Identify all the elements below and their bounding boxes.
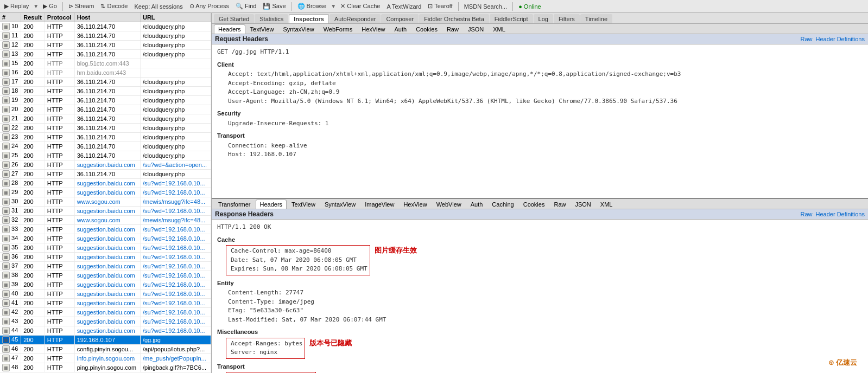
req-tab-auth[interactable]: Auth — [390, 24, 411, 34]
table-row[interactable]: ▦ 32 200 HTTP www.sogou.com /mewis/msugg… — [0, 216, 211, 225]
table-row[interactable]: ▦ 18 200 HTTP 36.110.214.70 /cloudquery.… — [0, 87, 211, 96]
req-tab-raw[interactable]: Raw — [442, 24, 463, 34]
tab-autoresponder[interactable]: AutoResponder — [330, 14, 381, 23]
table-row[interactable]: ▦ 28 200 HTTP suggestion.baidu.com /su?w… — [0, 179, 211, 188]
toolbar-process[interactable]: ⊙ Any Process — [187, 2, 231, 10]
table-row[interactable]: ▦ 17 200 HTTP 36.110.214.70 /cloudquery.… — [0, 78, 211, 87]
resp-tab-caching[interactable]: Caching — [487, 200, 518, 209]
toolbar-clear-cache[interactable]: ✕ Clear Cache — [338, 2, 382, 10]
toolbar-decode[interactable]: ⇅ Decode — [98, 2, 130, 10]
resp-bordered-group: Accept-Ranges: bytesServer: nginx — [226, 338, 305, 359]
resp-tab-syntaxview[interactable]: SyntaxView — [320, 200, 360, 209]
cell-protocol: HTTP — [45, 345, 74, 354]
table-row[interactable]: ▦ 27 200 HTTP 36.110.214.70 /cloudquery.… — [0, 170, 211, 179]
cell-host: suggestion.baidu.com — [74, 243, 140, 253]
tab-inspectors[interactable]: Inspectors — [289, 14, 329, 23]
table-row[interactable]: ▦ 23 200 HTTP 36.110.214.70 /cloudquery.… — [0, 133, 211, 142]
table-row[interactable]: ▦ 35 200 HTTP suggestion.baidu.com /su?w… — [0, 243, 211, 253]
req-tab-json[interactable]: JSON — [464, 24, 488, 34]
toolbar-tearoff[interactable]: ⊡ Tearoff — [426, 2, 454, 10]
resp-tab-textview[interactable]: TextView — [287, 200, 320, 209]
table-row[interactable]: ▦ 15 200 HTTP blog.51cto.com:443 — [0, 59, 211, 68]
req-tab-textview[interactable]: TextView — [246, 24, 278, 34]
table-row[interactable]: ▦ 11 200 HTTP 36.110.214.70 /cloudquery.… — [0, 31, 211, 41]
toolbar-msdn[interactable]: MSDN Search... — [462, 3, 509, 10]
table-row[interactable]: ▦ 20 200 HTTP 36.110.214.70 /cloudquery.… — [0, 105, 211, 114]
toolbar-textwizard[interactable]: A TextWizard — [384, 3, 423, 10]
cell-result: 200 — [21, 68, 45, 78]
req-tab-cookies[interactable]: Cookies — [411, 24, 442, 34]
table-row[interactable]: ▦ 41 200 HTTP suggestion.baidu.com /su?w… — [0, 299, 211, 308]
resp-tab-webview[interactable]: WebView — [432, 200, 466, 209]
resp-tab-imageview[interactable]: ImageView — [360, 200, 398, 209]
request-header-def-link[interactable]: Header Definitions — [816, 36, 865, 42]
tab-composer[interactable]: Composer — [381, 14, 419, 23]
table-row[interactable]: ▦ 37 200 HTTP suggestion.baidu.com /su?w… — [0, 262, 211, 271]
table-row[interactable]: ▦ 36 200 HTTP suggestion.baidu.com /su?w… — [0, 253, 211, 262]
resp-tab-raw[interactable]: Raw — [549, 200, 570, 209]
table-row[interactable]: ▦ 30 200 HTTP www.sogou.com /mewis/msugg… — [0, 197, 211, 207]
table-row[interactable]: ▦ 21 200 HTTP 36.110.214.70 /cloudquery.… — [0, 114, 211, 124]
toolbar-go[interactable]: ▶ Go — [41, 2, 59, 10]
resp-tab-transformer[interactable]: Transformer — [214, 200, 255, 209]
table-row[interactable]: ▦ 40 200 HTTP suggestion.baidu.com /su?w… — [0, 290, 211, 299]
resp-tab-cookies[interactable]: Cookies — [519, 200, 549, 209]
table-row[interactable]: ▦ 47 200 HTTP info.pinyin.sogou.com /me_… — [0, 354, 211, 363]
req-tab-xml[interactable]: XML — [489, 24, 510, 34]
cell-id: ▦ 27 — [0, 170, 21, 179]
resp-tab-json[interactable]: JSON — [571, 200, 595, 209]
table-row[interactable]: ▦ 44 200 HTTP suggestion.baidu.com /su?w… — [0, 326, 211, 336]
response-header-def-link[interactable]: Header Definitions — [816, 211, 865, 217]
table-row[interactable]: ▦ 33 200 HTTP suggestion.baidu.com /su?w… — [0, 225, 211, 234]
req-tab-syntaxview[interactable]: SyntaxView — [278, 24, 318, 34]
resp-tab-auth[interactable]: Auth — [466, 200, 487, 209]
row-icon: ▦ — [2, 124, 10, 132]
tab-fiddler-orchestra[interactable]: Fiddler Orchestra Beta — [419, 14, 489, 23]
table-row[interactable]: ▦ 34 200 HTTP suggestion.baidu.com /su?w… — [0, 234, 211, 243]
table-row[interactable]: ▦ 48 200 HTTP ping.pinyin.sogou.com /pin… — [0, 363, 211, 372]
table-row[interactable]: ▦ 13 200 HTTP 36.110.214.70 /cloudquery.… — [0, 50, 211, 59]
table-row[interactable]: ▦ 24 200 HTTP 36.110.214.70 /cloudquery.… — [0, 142, 211, 151]
cell-result: 200 — [21, 280, 45, 290]
resp-tab-xml[interactable]: XML — [596, 200, 617, 209]
table-row[interactable]: ▦ 39 200 HTTP suggestion.baidu.com /su?w… — [0, 280, 211, 290]
tab-filters[interactable]: Filters — [554, 14, 580, 23]
tab-timeline[interactable]: Timeline — [580, 14, 612, 23]
tab-fiddler-script[interactable]: FiddlerScript — [490, 14, 533, 23]
table-row[interactable]: ▦ 45 200 HTTP 192.168.0.107 /gg.jpg — [0, 336, 211, 345]
request-raw-link[interactable]: Raw — [800, 36, 812, 42]
toolbar-replay[interactable]: ▶ Replay — [2, 2, 31, 10]
table-row[interactable]: ▦ 12 200 HTTP 36.110.214.70 /cloudquery.… — [0, 41, 211, 50]
table-row[interactable]: ▦ 43 200 HTTP suggestion.baidu.com /su?w… — [0, 317, 211, 326]
toolbar-browse[interactable]: 🌐 Browse — [295, 2, 329, 10]
table-row[interactable]: ▦ 38 200 HTTP suggestion.baidu.com /su?w… — [0, 271, 211, 280]
session-scroll[interactable]: # Result Protocol Host URL ▦ 10 200 HTTP… — [0, 13, 211, 373]
req-tab-hexview[interactable]: HexView — [357, 24, 389, 34]
table-row[interactable]: ▦ 31 200 HTTP suggestion.baidu.com /su?w… — [0, 207, 211, 216]
tab-statistics[interactable]: Statistics — [255, 14, 288, 23]
table-row[interactable]: ▦ 26 200 HTTP suggestion.baidu.com /su?w… — [0, 160, 211, 170]
req-tab-webforms[interactable]: WebForms — [319, 24, 357, 34]
toolbar-save[interactable]: 💾 Save — [261, 2, 288, 10]
content-split: Headers TextView SyntaxView WebForms Hex… — [212, 24, 868, 373]
req-tab-headers[interactable]: Headers — [214, 24, 245, 34]
response-raw-link[interactable]: Raw — [800, 211, 812, 217]
table-row[interactable]: ▦ 16 200 HTTP hm.baidu.com:443 — [0, 68, 211, 78]
tab-get-started[interactable]: Get Started — [214, 14, 254, 23]
tab-log[interactable]: Log — [534, 14, 553, 23]
cell-result: 200 — [21, 326, 45, 336]
resp-tab-hexview[interactable]: HexView — [399, 200, 431, 209]
table-row[interactable]: ▦ 22 200 HTTP 36.110.214.70 /cloudquery.… — [0, 124, 211, 133]
cell-protocol: HTTP — [45, 234, 74, 243]
table-row[interactable]: ▦ 19 200 HTTP 36.110.214.70 /cloudquery.… — [0, 96, 211, 105]
table-row[interactable]: ▦ 29 200 HTTP suggestion.baidu.com /su?w… — [0, 188, 211, 197]
resp-tab-headers[interactable]: Headers — [256, 200, 287, 209]
table-row[interactable]: ▦ 46 200 HTTP config.pinyin.sogou... /ap… — [0, 345, 211, 354]
toolbar-stream[interactable]: ⊳ Stream — [66, 2, 97, 10]
toolbar-online[interactable]: ● Online — [516, 3, 543, 10]
table-row[interactable]: ▦ 10 200 HTTP 36.110.214.70 /cloudquery.… — [0, 22, 211, 31]
table-row[interactable]: ▦ 25 200 HTTP 36.110.214.70 /cloudquery.… — [0, 151, 211, 160]
toolbar-find[interactable]: 🔍 Find — [233, 2, 258, 10]
table-row[interactable]: ▦ 42 200 HTTP suggestion.baidu.com /su?w… — [0, 308, 211, 317]
toolbar-keep[interactable]: Keep: All sessions — [132, 3, 185, 10]
